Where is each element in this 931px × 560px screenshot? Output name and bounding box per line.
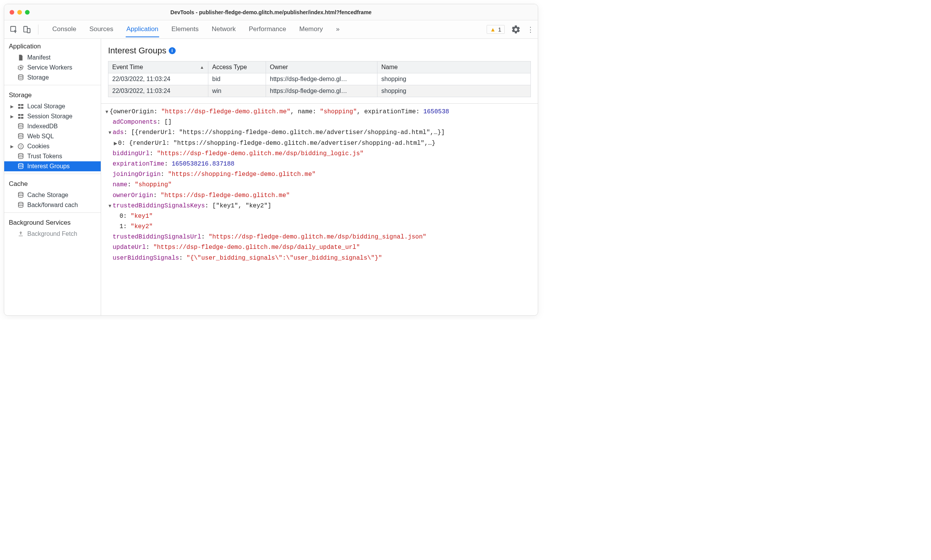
svg-rect-6: [21, 104, 23, 106]
svg-rect-12: [21, 117, 23, 119]
panel-title: Interest Groups: [108, 46, 166, 56]
sidebar-item-label: Background Fetch: [27, 230, 77, 237]
devtools-window: DevTools - publisher-fledge-demo.glitch.…: [4, 4, 538, 316]
sidebar-item-web-sql[interactable]: Web SQL: [4, 131, 101, 141]
device-toolbar-icon[interactable]: [21, 24, 33, 35]
sidebar-item-label: Local Storage: [27, 103, 65, 110]
settings-gear-icon[interactable]: [511, 25, 521, 35]
sidebar-section-storage: Storage: [4, 88, 101, 101]
tab-elements[interactable]: Elements: [171, 22, 200, 37]
expand-icon[interactable]: ▶: [10, 104, 14, 109]
svg-rect-9: [18, 114, 20, 116]
tab-network[interactable]: Network: [211, 22, 236, 37]
sidebar-item-label: Back/forward cach: [27, 202, 78, 209]
json-row[interactable]: biddingUrl: "https://dsp-fledge-demo.gli…: [104, 149, 538, 159]
detail-json-viewer: ▼{ownerOrigin: "https://dsp-fledge-demo.…: [101, 103, 538, 263]
sidebar-item-label: Service Workers: [27, 64, 72, 71]
svg-rect-1: [24, 26, 27, 32]
sidebar-item-interest-groups[interactable]: Interest Groups: [4, 161, 101, 171]
tab-performance[interactable]: Performance: [248, 22, 287, 37]
col-access-type[interactable]: Access Type: [208, 61, 266, 73]
sidebar-item-local-storage[interactable]: ▶ Local Storage: [4, 101, 101, 111]
cookie-icon: [17, 143, 24, 150]
panel-title-row: Interest Groups i: [108, 46, 531, 56]
json-row[interactable]: ▼{ownerOrigin: "https://dsp-fledge-demo.…: [104, 107, 538, 117]
table-header-row: Event Time ▲ Access Type Owner Name: [108, 61, 531, 73]
panel-tabs: Console Sources Application Elements Net…: [44, 22, 485, 37]
svg-rect-7: [18, 107, 20, 109]
json-row[interactable]: ▶0: {renderUrl: "https://shopping-fledge…: [104, 138, 538, 149]
table-row[interactable]: 22/03/2022, 11:03:24 win https://dsp-fle…: [108, 85, 531, 97]
col-event-time[interactable]: Event Time ▲: [108, 61, 208, 73]
json-row[interactable]: trustedBiddingSignalsUrl: "https://dsp-f…: [104, 232, 538, 242]
database-icon: [17, 202, 24, 209]
cell-name: shopping: [377, 85, 531, 97]
window-title: DevTools - publisher-fledge-demo.glitch.…: [4, 9, 538, 15]
svg-rect-8: [21, 107, 23, 109]
table-icon: [17, 103, 24, 110]
svg-rect-10: [21, 114, 23, 116]
collapse-icon[interactable]: ▼: [107, 129, 113, 136]
json-row[interactable]: name: "shopping": [104, 180, 538, 190]
tab-application[interactable]: Application: [126, 22, 159, 37]
cell-owner: https://dsp-fledge-demo.gl…: [266, 73, 377, 85]
sidebar-divider: [4, 174, 101, 174]
info-icon[interactable]: i: [169, 47, 176, 54]
sidebar-item-storage[interactable]: Storage: [4, 73, 101, 83]
tab-sources[interactable]: Sources: [88, 22, 114, 37]
json-row[interactable]: expirationTime: 1650538216.837188: [104, 159, 538, 169]
inspect-element-icon[interactable]: [8, 24, 20, 35]
cell-time: 22/03/2022, 11:03:24: [108, 73, 208, 85]
svg-point-15: [18, 144, 23, 149]
json-row[interactable]: ▼trustedBiddingSignalsKeys: ["key1", "ke…: [104, 201, 538, 211]
table-row[interactable]: 22/03/2022, 11:03:24 bid https://dsp-fle…: [108, 73, 531, 85]
json-row[interactable]: userBiddingSignals: "{\"user_bidding_sig…: [104, 253, 538, 263]
expand-icon[interactable]: ▶: [10, 144, 14, 149]
warnings-badge[interactable]: ▲ 1: [487, 25, 505, 34]
sidebar-item-indexeddb[interactable]: IndexedDB: [4, 121, 101, 131]
sidebar-section-cache: Cache: [4, 176, 101, 190]
sidebar-item-trust-tokens[interactable]: Trust Tokens: [4, 151, 101, 161]
json-row[interactable]: 1: "key2": [104, 222, 538, 232]
json-row[interactable]: updateUrl: "https://dsp-fledge-demo.glit…: [104, 242, 538, 253]
sidebar-item-label: Interest Groups: [27, 163, 70, 170]
expand-icon[interactable]: ▶: [10, 114, 14, 119]
expand-icon[interactable]: ▶: [113, 139, 118, 147]
sidebar-item-cookies[interactable]: ▶ Cookies: [4, 141, 101, 151]
more-tabs-button[interactable]: »: [335, 22, 340, 37]
json-row[interactable]: ▼ads: [{renderUrl: "https://shopping-fle…: [104, 128, 538, 138]
warning-count: 1: [498, 26, 501, 33]
interest-groups-table: Event Time ▲ Access Type Owner Name 22/0…: [108, 61, 531, 97]
sidebar-item-service-workers[interactable]: Service Workers: [4, 63, 101, 73]
titlebar: DevTools - publisher-fledge-demo.glitch.…: [4, 4, 538, 20]
json-row[interactable]: 0: "key1": [104, 211, 538, 222]
col-name[interactable]: Name: [377, 61, 531, 73]
collapse-icon[interactable]: ▼: [104, 108, 110, 116]
sidebar-item-session-storage[interactable]: ▶ Session Storage: [4, 111, 101, 121]
sidebar-item-label: Storage: [27, 74, 49, 81]
sidebar-item-bfcache[interactable]: Back/forward cach: [4, 200, 101, 210]
collapse-icon[interactable]: ▼: [107, 202, 113, 210]
sidebar-item-label: Web SQL: [27, 133, 54, 140]
tab-memory[interactable]: Memory: [298, 22, 323, 37]
svg-point-3: [20, 67, 22, 69]
sidebar-item-label: Cache Storage: [27, 192, 68, 199]
col-owner[interactable]: Owner: [266, 61, 377, 73]
cell-owner: https://dsp-fledge-demo.gl…: [266, 85, 377, 97]
tab-console[interactable]: Console: [52, 22, 77, 37]
sidebar-divider: [4, 212, 101, 213]
table-icon: [17, 113, 24, 120]
svg-point-23: [18, 202, 23, 204]
database-icon: [17, 74, 24, 81]
json-row[interactable]: ownerOrigin: "https://dsp-fledge-demo.gl…: [104, 191, 538, 201]
more-options-kebab-icon[interactable]: ⋮: [527, 29, 532, 30]
sidebar-item-manifest[interactable]: Manifest: [4, 53, 101, 63]
sidebar-item-background-fetch[interactable]: Background Fetch: [4, 229, 101, 239]
sidebar-item-cache-storage[interactable]: Cache Storage: [4, 190, 101, 200]
svg-rect-2: [27, 28, 30, 33]
database-icon: [17, 133, 24, 140]
json-row[interactable]: adComponents: []: [104, 117, 538, 128]
cell-name: shopping: [377, 73, 531, 85]
json-row[interactable]: joiningOrigin: "https://shopping-fledge-…: [104, 169, 538, 180]
svg-rect-11: [18, 117, 20, 119]
